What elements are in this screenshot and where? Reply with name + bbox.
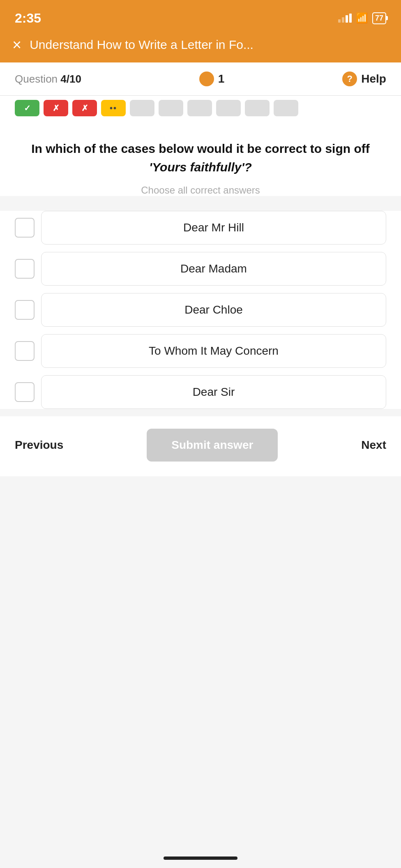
- status-icons: 📶 77: [338, 12, 386, 24]
- help-icon: ?: [342, 72, 357, 86]
- score-display: 1: [199, 72, 225, 86]
- progress-item-5: [130, 100, 154, 116]
- close-button[interactable]: ×: [12, 37, 21, 53]
- progress-item-1: ✓: [15, 100, 39, 116]
- answer-option-2[interactable]: Dear Madam: [41, 252, 386, 286]
- progress-item-8: [216, 100, 241, 116]
- progress-item-3: ✗: [72, 100, 97, 116]
- app-header: × Understand How to Write a Letter in Fo…: [0, 33, 401, 62]
- question-counter: Question 4/10: [15, 73, 81, 85]
- previous-button[interactable]: Previous: [15, 439, 63, 452]
- answer-checkbox-5[interactable]: [15, 382, 35, 402]
- quiz-meta-bar: Question 4/10 1 ? Help: [0, 62, 401, 96]
- header-title: Understand How to Write a Letter in Fo..…: [30, 38, 254, 52]
- answer-checkbox-3[interactable]: [15, 300, 35, 320]
- question-text: In which of the cases below would it be …: [15, 139, 386, 176]
- answer-option-1[interactable]: Dear Mr Hill: [41, 211, 386, 245]
- answer-row: Dear Chloe: [15, 293, 386, 327]
- answers-section: Dear Mr HillDear MadamDear ChloeTo Whom …: [0, 211, 401, 409]
- answer-option-4[interactable]: To Whom It May Concern: [41, 334, 386, 368]
- action-buttons: Previous Submit answer Next: [0, 416, 401, 476]
- battery-indicator: 77: [372, 12, 386, 24]
- answer-row: To Whom It May Concern: [15, 334, 386, 368]
- instruction-text: Choose all correct answers: [15, 185, 386, 196]
- answer-row: Dear Sir: [15, 375, 386, 409]
- progress-item-9: [245, 100, 270, 116]
- answer-row: Dear Mr Hill: [15, 211, 386, 245]
- answer-option-5[interactable]: Dear Sir: [41, 375, 386, 409]
- score-dot: [199, 72, 214, 86]
- progress-item-7: [187, 100, 212, 116]
- question-section: In which of the cases below would it be …: [0, 125, 401, 196]
- progress-item-10: [274, 100, 298, 116]
- question-progress: 4/10: [60, 73, 81, 85]
- next-button[interactable]: Next: [361, 439, 386, 452]
- answer-option-3[interactable]: Dear Chloe: [41, 293, 386, 327]
- help-label: Help: [361, 72, 386, 85]
- answer-checkbox-4[interactable]: [15, 341, 35, 361]
- wifi-icon: 📶: [356, 12, 368, 24]
- progress-item-2: ✗: [44, 100, 68, 116]
- status-bar: 2:35 📶 77: [0, 0, 401, 33]
- signal-icon: [338, 14, 352, 23]
- submit-button[interactable]: Submit answer: [147, 429, 278, 462]
- score-count: 1: [218, 72, 225, 85]
- answer-checkbox-2[interactable]: [15, 259, 35, 279]
- answer-row: Dear Madam: [15, 252, 386, 286]
- status-time: 2:35: [15, 11, 41, 26]
- progress-bar: ✓✗✗••: [0, 96, 401, 125]
- help-button[interactable]: ? Help: [342, 72, 386, 86]
- answer-checkbox-1[interactable]: [15, 218, 35, 238]
- progress-item-4: ••: [101, 100, 126, 116]
- home-indicator: [164, 856, 237, 860]
- progress-item-6: [159, 100, 183, 116]
- question-highlight: 'Yours faithfully'?: [149, 160, 252, 174]
